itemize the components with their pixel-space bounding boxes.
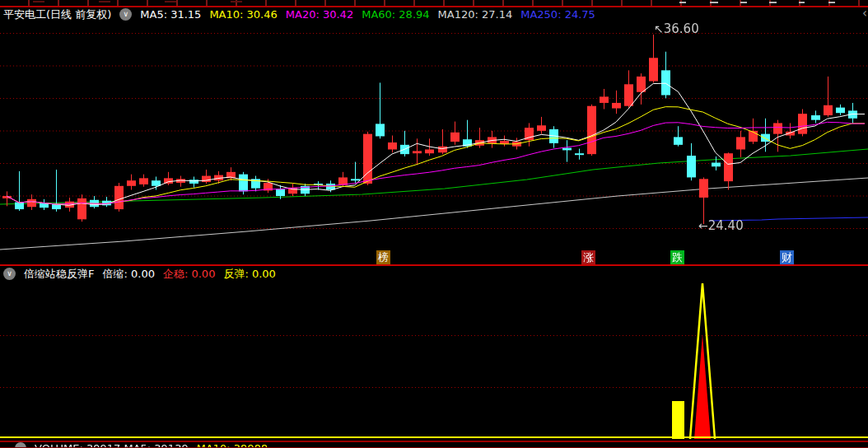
- ma250-label: MA250: 24.75: [520, 8, 595, 21]
- ma20-label: MA20: 30.42: [286, 8, 353, 21]
- indicator-field-beisuo: 倍缩: 0.00: [102, 267, 154, 282]
- toolbar-fragment: [710, 2, 718, 3]
- indicator-zero-line-yellow: [0, 436, 868, 438]
- toolbar-fragment: [165, 1, 176, 2]
- indicator-header: ∨ 倍缩站稳反弹F 倍缩: 0.00 企稳: 0.00 反弹: 0.00: [3, 267, 276, 281]
- stock-title: 平安电工(日线 前复权): [3, 7, 111, 22]
- ma60-label: MA60: 28.94: [362, 8, 429, 21]
- main-chart-header: 平安电工(日线 前复权) ∨ MA5: 31.15 MA10: 30.46 MA…: [3, 7, 595, 21]
- arrow-left-icon: ←: [698, 219, 708, 232]
- low-price-annotation: ←24.40: [698, 219, 744, 232]
- indicator-title: 倍缩站稳反弹F: [24, 267, 94, 282]
- collapse-panel-arrow-icon[interactable]: ‹: [862, 7, 867, 19]
- toolbar-fragment: [799, 2, 805, 3]
- tab-losers[interactable]: 跌: [670, 250, 684, 265]
- toolbar-fragment: [231, 1, 242, 2]
- ma120-label: MA120: 27.14: [438, 8, 513, 21]
- high-price-annotation: ↖36.60: [654, 22, 699, 35]
- tab-gainers[interactable]: 涨: [581, 250, 595, 265]
- tdx-stock-app: { "header": { "title": "平安电工(日线 前复权)", "…: [0, 0, 868, 448]
- indicator-field-qiwen: 企稳: 0.00: [163, 267, 215, 282]
- chevron-down-icon[interactable]: ∨: [119, 8, 132, 21]
- toolbar-fragment: [679, 2, 686, 3]
- toolbar-fragment: [33, 1, 44, 2]
- tab-finance[interactable]: 财: [780, 250, 794, 265]
- toolbar-fragment: [99, 1, 110, 2]
- chevron-down-icon[interactable]: ∨: [3, 268, 16, 280]
- toolbar-fragment: [740, 2, 747, 3]
- indicator-chart[interactable]: [0, 280, 868, 442]
- tab-ranking[interactable]: 榜: [376, 250, 390, 265]
- ma10-label: MA10: 30.46: [209, 8, 277, 21]
- toolbar-fragment: [769, 2, 777, 3]
- ma5-label: MA5: 31.15: [140, 8, 201, 21]
- toolbar-fragment: [828, 2, 835, 3]
- indicator-field-fantan: 反弹: 0.00: [223, 267, 275, 282]
- arrow-up-left-icon: ↖: [654, 22, 664, 35]
